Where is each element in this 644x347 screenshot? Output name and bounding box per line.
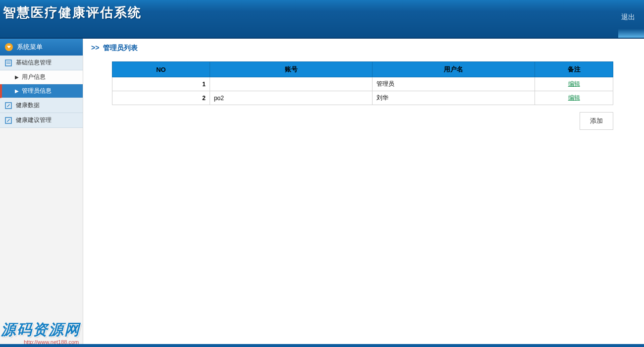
sidebar-section-health-data[interactable]: 健康数据 [0, 98, 83, 113]
table-row: 1 管理员 编辑 [112, 77, 613, 91]
cell-action: 编辑 [535, 91, 613, 105]
edit-icon [5, 117, 12, 124]
triangle-right-icon: ▶ [15, 74, 19, 80]
svg-rect-0 [5, 60, 11, 66]
chevron-down-icon [5, 43, 13, 51]
col-remark: 备注 [535, 62, 613, 77]
menu-header: 系统菜单 [0, 39, 83, 56]
table-header-row: NO 账号 用户名 备注 [112, 62, 613, 77]
list-icon [5, 59, 12, 66]
app-title: 智慧医疗健康评估系统 [0, 0, 644, 21]
sidebar-item-label: 用户信息 [22, 73, 46, 81]
watermark-title: 源码资源网 [1, 320, 80, 340]
header-decoration [618, 29, 644, 38]
watermark: 源码资源网 http://www.net188.com [1, 320, 80, 345]
sidebar-section-health-advice[interactable]: 健康建议管理 [0, 113, 83, 128]
breadcrumb: >> 管理员列表 [91, 44, 634, 53]
edit-icon [5, 102, 12, 109]
cell-no: 1 [112, 77, 210, 91]
edit-link[interactable]: 编辑 [568, 94, 580, 101]
admin-table: NO 账号 用户名 备注 1 管理员 编辑 2 po2 [112, 61, 613, 105]
table-row: 2 po2 刘华 编辑 [112, 91, 613, 105]
footer-bar [0, 344, 644, 347]
cell-no: 2 [112, 91, 210, 105]
col-username: 用户名 [373, 62, 535, 77]
sidebar-item-label: 管理员信息 [22, 87, 52, 95]
sidebar-section-label: 健康数据 [16, 101, 40, 110]
cell-username: 管理员 [373, 77, 535, 91]
app-header: 智慧医疗健康评估系统 退出 [0, 0, 644, 39]
sidebar-section-basic-info[interactable]: 基础信息管理 [0, 56, 83, 70]
sidebar-item-user-info[interactable]: ▶ 用户信息 [0, 70, 83, 84]
menu-title: 系统菜单 [17, 43, 43, 52]
col-no: NO [112, 62, 210, 77]
cell-username: 刘华 [373, 91, 535, 105]
cell-action: 编辑 [535, 77, 613, 91]
sidebar-item-admin-info[interactable]: ▶ 管理员信息 [0, 84, 83, 98]
sidebar-section-label: 健康建议管理 [16, 116, 52, 124]
cell-account: po2 [210, 91, 372, 105]
edit-link[interactable]: 编辑 [568, 80, 580, 87]
breadcrumb-prefix: >> [91, 44, 99, 52]
main-content: >> 管理员列表 NO 账号 用户名 备注 1 管理员 [83, 39, 644, 345]
logout-link[interactable]: 退出 [621, 13, 635, 22]
add-button[interactable]: 添加 [580, 112, 613, 130]
page-title: 管理员列表 [103, 44, 138, 52]
cell-account [210, 77, 372, 91]
sidebar-section-label: 基础信息管理 [16, 58, 52, 67]
col-account: 账号 [210, 62, 372, 77]
sidebar: 系统菜单 基础信息管理 ▶ 用户信息 ▶ 管理员信息 健康数据 健康建议 [0, 39, 83, 345]
triangle-right-icon: ▶ [15, 88, 19, 94]
